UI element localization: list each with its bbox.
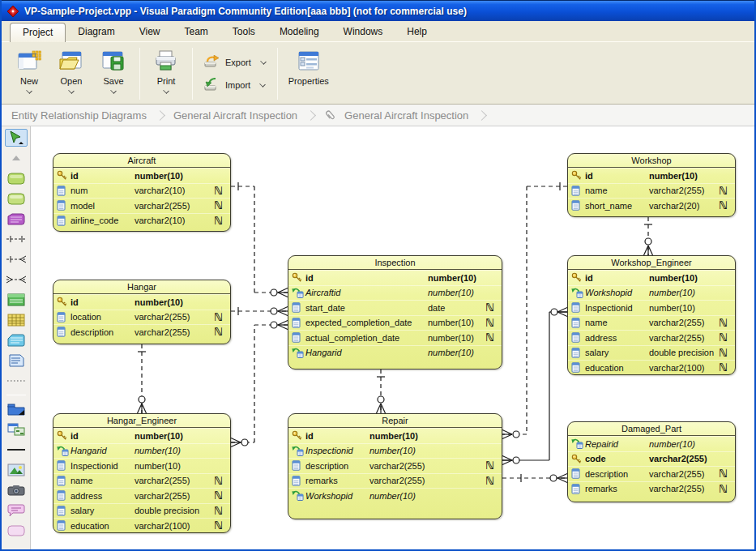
open-dropdown-icon[interactable] [68,88,75,94]
import-dropdown-icon[interactable] [259,81,266,88]
entity-column-row[interactable]: namevarchar2(255)ℕ [53,473,230,489]
entity-aircraft[interactable]: Aircraftidnumber(10)numvarchar2(10)ℕmode… [53,153,231,232]
grid-tool[interactable] [5,311,28,329]
rounded-rectangle-tool[interactable] [5,522,28,540]
diagram-overview-tool[interactable] [5,421,28,438]
entity-column-row[interactable]: Workshopidnumber(10) [288,488,502,503]
entity-column-row[interactable]: educationvarchar2(100)ℕ [568,360,735,375]
export-button[interactable]: Export [201,53,269,72]
image-tool[interactable] [5,461,28,479]
connector-hangar-hangar_engineer[interactable] [138,344,147,413]
er-diagram-canvas[interactable]: Aircraftidnumber(10)numvarchar2(10)ℕmode… [31,126,754,549]
entity-column-row[interactable]: Hangaridnumber(10) [53,443,230,459]
breadcrumb-item-diagram[interactable]: General Aircraft Inspection [173,109,297,122]
connector-inspection-repair[interactable] [377,369,386,413]
entity-column-row[interactable]: codevarchar2(255) [568,451,735,467]
entity-column-row[interactable]: descriptionvarchar2(255)ℕ [568,466,735,481]
entity-column-row[interactable]: short_namevarchar2(20)ℕ [568,198,735,213]
entity-column-row[interactable]: modelvarchar2(255)ℕ [53,198,230,213]
print-button[interactable]: Print [145,45,187,93]
entity-column-row[interactable]: numvarchar2(10)ℕ [53,183,230,199]
entity-column-row[interactable]: remarksvarchar2(255)ℕ [288,473,502,489]
entity-column-row[interactable]: idnumber(10) [568,270,735,285]
pointer-tool[interactable] [5,129,28,147]
connector-workshop-workshop_engineer[interactable] [644,217,653,255]
connector-hangar_engineer-inspection[interactable] [231,321,288,447]
callout-tool[interactable] [5,502,28,519]
entity-tool[interactable] [5,169,28,187]
entity-column-row[interactable]: remarksvarchar2(255)ℕ [568,481,735,497]
connector-repair-workshop_engineer[interactable] [502,308,567,465]
weak-entity-tool[interactable] [5,190,28,207]
note-tool[interactable] [5,352,28,369]
connector-repair-damaged_part[interactable] [502,474,567,483]
one-to-one-relationship-tool[interactable] [5,230,28,248]
entity-column-row[interactable]: descriptionvarchar2(255)ℕ [53,324,230,340]
entity-column-row[interactable]: actual_completion_datenumber(10)ℕ [288,330,502,345]
entity-workshop[interactable]: Workshopidnumber(10)namevarchar2(255)ℕsh… [567,153,736,217]
entity-column-row[interactable]: salarydouble precisionℕ [53,503,230,519]
breadcrumb-item-diagrams[interactable]: Entity Relationship Diagrams [11,109,147,122]
view-shape-tool[interactable] [5,210,28,228]
properties-button[interactable]: Properties [283,45,335,86]
menu-item-project[interactable]: Project [10,23,66,42]
entity-column-row[interactable]: namevarchar2(255)ℕ [568,315,735,331]
open-button[interactable]: Open [50,45,92,93]
entity-column-row[interactable]: Workshopidnumber(10) [568,285,735,301]
menu-item-tools[interactable]: Tools [220,23,267,41]
export-dropdown-icon[interactable] [260,58,267,65]
entity-column-row[interactable]: start_datedateℕ [288,300,502,315]
dotted-line-tool[interactable] [5,372,28,390]
entity-column-row[interactable]: idnumber(10) [568,168,735,183]
screen-capture-tool[interactable] [5,481,28,499]
import-button[interactable]: Import [201,75,269,95]
table-record-tool[interactable] [5,291,28,309]
entity-column-row[interactable]: addressvarchar2(255)ℕ [53,488,230,503]
entity-column-row[interactable]: idnumber(10) [53,168,230,183]
entity-column-row[interactable]: namevarchar2(255)ℕ [568,183,735,199]
menu-item-view[interactable]: View [127,23,173,41]
breadcrumb-item-linked-diagram[interactable]: General Aircraft Inspection [344,109,468,122]
entity-column-row[interactable]: idnumber(10) [53,428,230,443]
line-tool[interactable] [5,441,28,459]
entity-repair[interactable]: Repairidnumber(10)Inspectionidnumber(10)… [288,413,502,519]
new-dropdown-icon[interactable] [26,88,32,94]
entity-column-row[interactable]: expected_completion_datenumber(10)ℕ [288,315,502,331]
entity-column-row[interactable]: idnumber(10) [53,294,230,310]
entity-workshop_engineer[interactable]: Workshop_Engineeridnumber(10)Workshopidn… [567,255,736,375]
entity-column-row[interactable]: salarydouble precisionℕ [568,345,735,361]
save-dropdown-icon[interactable] [110,88,117,94]
collapse-button[interactable] [5,149,28,167]
stored-procedure-tool[interactable] [5,331,28,349]
menu-item-help[interactable]: Help [395,23,439,41]
menu-item-team[interactable]: Team [173,23,220,41]
package-tool[interactable] [5,400,28,418]
entity-column-row[interactable]: idnumber(10) [288,428,502,443]
entity-column-row[interactable]: locationvarchar2(255)ℕ [53,310,230,325]
one-to-many-relationship-tool[interactable] [5,250,28,268]
entity-damaged_part[interactable]: Damaged_PartRepairidnumber(10)codevarcha… [567,421,736,502]
entity-column-row[interactable]: Inspectionidnumber(10) [53,458,230,473]
entity-hangar[interactable]: Hangaridnumber(10)locationvarchar2(255)ℕ… [53,280,231,344]
entity-column-row[interactable]: airline_codevarchar2(10)ℕ [53,213,230,229]
print-dropdown-icon[interactable] [163,88,169,94]
menu-item-diagram[interactable]: Diagram [66,23,126,41]
entity-hangar_engineer[interactable]: Hangar_Engineeridnumber(10)Hangaridnumbe… [53,413,231,533]
entity-column-row[interactable]: Inspectionidnumber(10) [288,443,502,459]
menu-item-windows[interactable]: Windows [331,23,395,41]
many-to-many-relationship-tool[interactable] [5,271,28,288]
menu-item-modeling[interactable]: Modeling [267,23,331,41]
connector-workshop-repair[interactable] [502,182,567,439]
entity-column-row[interactable]: Hangaridnumber(10) [288,345,502,361]
entity-column-row[interactable]: descriptionvarchar2(255)ℕ [288,458,502,473]
connector-aircraft-inspection[interactable] [231,182,288,297]
entity-column-row[interactable]: idnumber(10) [288,270,502,285]
entity-column-row[interactable]: addressvarchar2(255)ℕ [568,330,735,345]
save-button[interactable]: Save [92,45,135,93]
connector-hangar-inspection[interactable] [231,307,288,316]
entity-column-row[interactable]: Inspectionidnumber(10) [568,300,735,315]
entity-inspection[interactable]: Inspectionidnumber(10)Aircraftidnumber(1… [288,255,502,369]
entity-column-row[interactable]: Repairidnumber(10) [568,436,735,451]
new-button[interactable]: New [8,45,50,93]
entity-column-row[interactable]: Aircraftidnumber(10) [288,285,502,301]
